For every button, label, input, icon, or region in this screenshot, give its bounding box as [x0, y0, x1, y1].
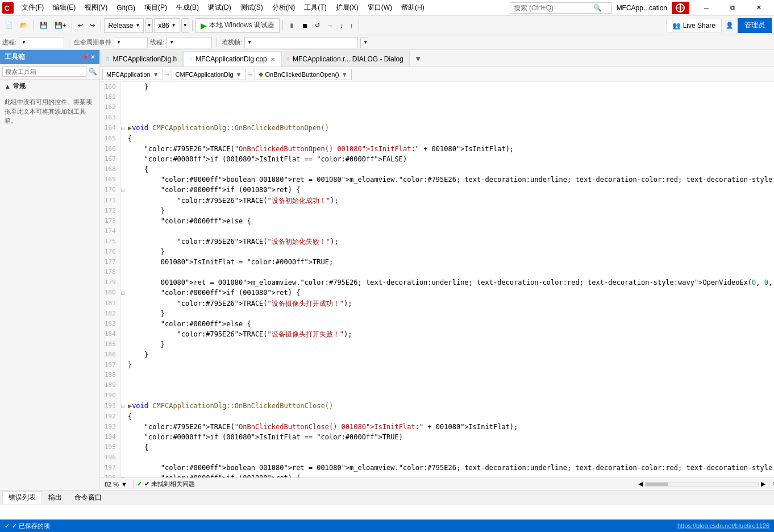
menu-project[interactable]: 项目(P)	[140, 1, 172, 15]
code-cell-179[interactable]: 001080">ret = 001080">m_eloamview."color…	[124, 277, 774, 288]
menu-git[interactable]: Git(G)	[112, 2, 140, 14]
save-all-button[interactable]: 💾+	[52, 18, 69, 33]
thread-dropdown[interactable]: ▼	[167, 37, 212, 48]
collapse-marker-198[interactable]: ⊟	[120, 473, 124, 477]
restore-button[interactable]: ⧉	[719, 0, 746, 16]
tab-output[interactable]: 输出	[42, 491, 68, 504]
code-cell-191[interactable]: ▶void CMFCApplicationDlg::OnBnClickedBut…	[124, 401, 774, 412]
menu-extensions[interactable]: 扩展(X)	[331, 1, 363, 15]
code-cell-192[interactable]: {	[124, 412, 774, 422]
admin-button[interactable]: 管理员	[738, 18, 772, 33]
menu-help[interactable]: 帮助(H)	[397, 1, 429, 15]
code-cell-185[interactable]: }	[124, 339, 774, 350]
menu-edit[interactable]: 编辑(E)	[48, 1, 80, 15]
code-cell-190[interactable]	[124, 390, 774, 401]
code-cell-180[interactable]: "color:#0000ff">if (001080">ret) {	[124, 288, 774, 298]
save-button[interactable]: 💾	[37, 18, 51, 33]
horizontal-scrollbar[interactable]	[645, 482, 759, 487]
menu-build[interactable]: 生成(B)	[172, 1, 203, 15]
open-button[interactable]: 📂	[17, 18, 31, 33]
status-link-item[interactable]: https://blog.csdn.net/bluetire1126	[673, 522, 774, 529]
close-icon[interactable]: ✕	[90, 54, 95, 60]
code-cell-187[interactable]: }	[124, 360, 774, 370]
breakpoints-button[interactable]: ⏸	[286, 18, 298, 33]
platform-dropdown[interactable]: x86 ▼	[154, 18, 180, 33]
redo-button[interactable]: ↪	[87, 18, 98, 33]
collapse-marker-180[interactable]: ⊟	[120, 288, 124, 298]
minimize-button[interactable]: ─	[693, 0, 719, 16]
code-cell-198[interactable]: "color:#0000ff">if (001080">ret) {	[124, 473, 774, 477]
code-cell-161[interactable]	[124, 92, 774, 102]
code-cell-166[interactable]: "color:#795E26">TRACE("OnBnClickedButton…	[124, 144, 774, 154]
code-cell-172[interactable]: }	[124, 206, 774, 216]
method-selector[interactable]: ◆ OnBnClickedButtonOpen() ▼	[255, 69, 352, 80]
platform-dropdown-arrow[interactable]: ▼	[181, 18, 189, 33]
restart-button[interactable]: ↺	[312, 18, 323, 33]
zoom-dropdown-icon[interactable]: ▼	[121, 481, 127, 488]
code-cell-183[interactable]: "color:#0000ff">else {	[124, 319, 774, 329]
lifecycle-dropdown[interactable]: ▼	[114, 37, 148, 48]
code-cell-176[interactable]: }	[124, 247, 774, 257]
toolbox-section-general[interactable]: ▲ 常规	[0, 80, 99, 93]
code-cell-177[interactable]: 001080">IsInitFlat = "color:#0000ff">TRU…	[124, 257, 774, 267]
code-cell-164[interactable]: ▶void CMFCApplicationDlg::OnBnClickedBut…	[124, 123, 774, 134]
code-cell-196[interactable]	[124, 452, 774, 463]
code-cell-194[interactable]: "color:#0000ff">if (001080">IsInitFlat =…	[124, 432, 774, 442]
code-scroll-area[interactable]: 160 }161 162 163 164⊟▶void CMFCApplicati…	[105, 82, 774, 477]
config-dropdown[interactable]: Release ▼	[104, 18, 144, 33]
code-cell-167[interactable]: "color:#0000ff">if (001080">IsInitFlat =…	[124, 154, 774, 164]
menu-view[interactable]: 视图(V)	[80, 1, 112, 15]
code-cell-188[interactable]	[124, 370, 774, 380]
code-cell-171[interactable]: "color:#795E26">TRACE("设备初始化成功！");	[124, 196, 774, 206]
collapse-marker-164[interactable]: ⊟	[120, 123, 124, 134]
code-cell-174[interactable]	[124, 226, 774, 236]
code-cell-189[interactable]	[124, 380, 774, 390]
menu-test[interactable]: 测试(S)	[236, 1, 268, 15]
code-cell-186[interactable]: }	[124, 350, 774, 360]
code-cell-165[interactable]: {	[124, 134, 774, 144]
tab-command-window[interactable]: 命令窗口	[68, 491, 108, 504]
menu-search-box[interactable]: 🔍	[510, 2, 612, 14]
pin-icon[interactable]: 📌	[81, 54, 88, 60]
new-button[interactable]: 📄	[2, 18, 16, 33]
scrollbar-right[interactable]: ▶	[761, 480, 765, 488]
close-button[interactable]: ✕	[746, 0, 772, 16]
tab-rc-file[interactable]: r MFCApplication.r... DIALOG - Dialog	[281, 51, 410, 66]
tab-close-icon[interactable]: ✕	[271, 56, 275, 63]
code-cell-197[interactable]: "color:#0000ff">boolean 001080">ret = 00…	[124, 463, 774, 473]
toolbox-search-input[interactable]	[2, 66, 86, 77]
stack-dropdown-arrow[interactable]: ▼	[360, 37, 368, 48]
code-cell-168[interactable]: {	[124, 164, 774, 174]
run-button[interactable]: ▶ 本地 Windows 调试器	[195, 18, 280, 33]
stop-button[interactable]: ⏹	[299, 18, 311, 33]
process-dropdown[interactable]: ▼	[19, 37, 64, 48]
menu-debug[interactable]: 调试(D)	[203, 1, 236, 15]
code-cell-193[interactable]: "color:#795E26">TRACE("OnBnClickedButton…	[124, 422, 774, 432]
menu-file[interactable]: 文件(F)	[17, 1, 48, 15]
undo-button[interactable]: ↩	[75, 18, 86, 33]
menu-analyze[interactable]: 分析(N)	[268, 1, 300, 15]
tab-add-button[interactable]: ▼	[410, 51, 427, 66]
code-cell-162[interactable]	[124, 102, 774, 113]
collapse-marker-170[interactable]: ⊟	[120, 185, 124, 196]
method-class-selector[interactable]: CMFCApplicationDlg ▼	[172, 69, 246, 80]
tab-cpp-file[interactable]: c MFCApplicationDlg.cpp ✕	[183, 51, 281, 67]
class-selector[interactable]: MFCApplication ▼	[102, 69, 163, 80]
code-cell-195[interactable]: {	[124, 442, 774, 452]
live-share-button[interactable]: 👥 Live Share	[666, 19, 722, 32]
menu-tools[interactable]: 工具(T)	[299, 1, 331, 15]
code-cell-173[interactable]: "color:#0000ff">else {	[124, 216, 774, 226]
menu-search-input[interactable]	[514, 4, 593, 12]
code-cell-169[interactable]: "color:#0000ff">boolean 001080">ret = 00…	[124, 174, 774, 185]
step-out-button[interactable]: ↑	[347, 18, 356, 33]
config-dropdown-arrow[interactable]: ▼	[145, 18, 153, 33]
code-cell-184[interactable]: "color:#795E26">TRACE("设备摄像头打开失败！");	[124, 329, 774, 339]
tab-h-file[interactable]: h MFCApplicationDlg.h	[100, 51, 183, 66]
step-into-button[interactable]: ↓	[337, 18, 346, 33]
code-cell-182[interactable]: }	[124, 309, 774, 319]
collapse-marker-191[interactable]: ⊟	[120, 401, 124, 412]
profile-button[interactable]: 👤	[723, 18, 736, 33]
code-cell-181[interactable]: "color:#795E26">TRACE("设备摄像头打开成功！");	[124, 298, 774, 309]
blog-link[interactable]: https://blog.csdn.net/bluetire1126	[677, 522, 769, 529]
code-cell-175[interactable]: "color:#795E26">TRACE("设备初始化失败！");	[124, 236, 774, 247]
